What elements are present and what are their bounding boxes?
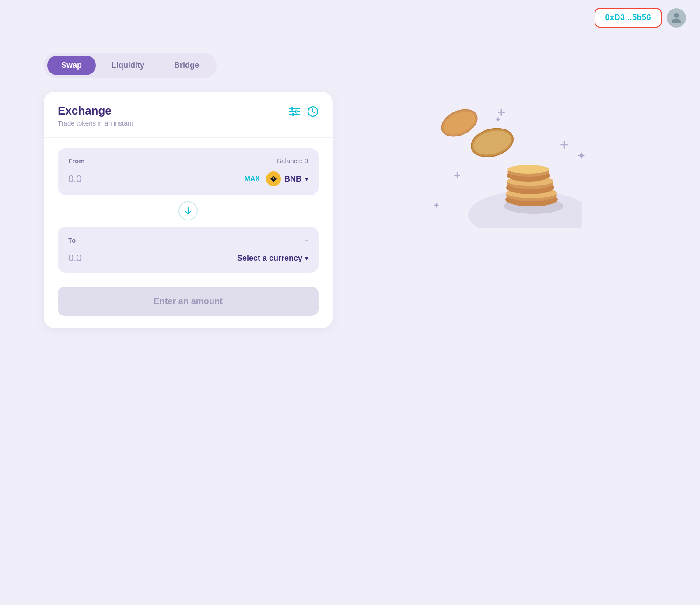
bnb-token-selector[interactable]: BNB ▾ [266,171,308,186]
svg-rect-5 [296,110,297,114]
bnb-icon [266,171,281,186]
select-currency-label: Select a currency [237,254,302,263]
card-title-section: Exchange Trade tokens in an instant [58,104,133,127]
wallet-button[interactable]: 0xD3...5b56 [595,8,662,28]
svg-rect-1 [289,108,300,109]
pancake-illustration: ✦ ✦ ✦ [416,88,599,254]
tab-liquidity[interactable]: Liquidity [98,56,158,75]
from-chevron-icon: ▾ [305,175,308,182]
avatar-icon [669,10,684,25]
to-header: To - [68,235,308,245]
to-box: To - 0.0 Select a currency ▾ [58,227,318,273]
swap-body: From Balance: 0 0.0 MAX [44,138,332,285]
settings-icon[interactable] [289,107,300,116]
coins-svg [416,88,582,228]
swap-arrow-container [58,195,318,227]
svg-rect-2 [289,111,300,112]
svg-rect-4 [291,107,293,111]
from-token-row: 0.0 MAX [68,171,308,186]
svg-point-24 [508,165,550,174]
swap-direction-button[interactable] [178,201,198,220]
card-header: Exchange Trade tokens in an instant [44,92,332,138]
from-amount: 0.0 [68,173,82,185]
card-actions [289,106,318,117]
svg-point-0 [674,13,679,17]
exchange-card: Exchange Trade tokens in an instant [44,92,332,328]
history-icon[interactable] [307,106,318,117]
sparkle-svg-3 [454,172,460,178]
svg-rect-34 [560,144,568,146]
sparkle-svg-2 [560,141,568,149]
svg-rect-32 [498,112,505,113]
avatar[interactable] [667,8,686,28]
tab-bar: Swap Liquidity Bridge [44,53,217,78]
bnb-symbol: BNB [284,175,301,184]
enter-amount-button[interactable]: Enter an amount [58,287,318,316]
left-panel: Swap Liquidity Bridge Exchange Trade tok… [44,53,332,328]
down-arrow-icon [184,206,192,215]
from-label: From [68,157,85,164]
select-currency-dropdown[interactable]: Select a currency ▾ [237,254,308,263]
svg-rect-36 [454,175,460,176]
to-dash: - [305,235,308,245]
balance-display: Balance: 0 [277,157,308,164]
header: 0xD3...5b56 [0,0,700,35]
main-container: Swap Liquidity Bridge Exchange Trade tok… [0,35,700,346]
tab-bridge[interactable]: Bridge [160,56,213,75]
right-panel: ✦ ✦ ✦ [359,53,656,254]
exchange-title: Exchange [58,104,133,118]
from-token-right: MAX [244,171,308,186]
to-chevron-icon: ▾ [305,255,308,262]
max-button[interactable]: MAX [244,175,260,183]
sparkle-icon-3: ✦ [433,201,440,210]
to-amount: 0.0 [68,252,82,264]
svg-rect-6 [292,113,294,117]
to-token-row: 0.0 Select a currency ▾ [68,252,308,264]
sparkle-icon-1: ✦ [494,114,502,125]
sparkle-icon-2: ✦ [577,149,586,163]
tab-swap[interactable]: Swap [47,56,96,75]
from-header: From Balance: 0 [68,157,308,164]
to-label: To [68,237,76,244]
svg-rect-3 [289,114,300,115]
exchange-subtitle: Trade tokens in an instant [58,119,133,127]
from-box: From Balance: 0 0.0 MAX [58,148,318,195]
